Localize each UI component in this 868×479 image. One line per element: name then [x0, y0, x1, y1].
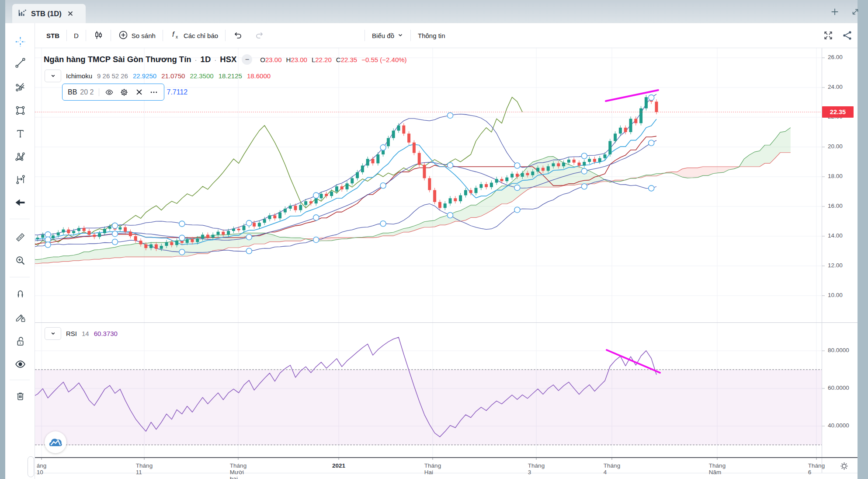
kijun-value: 21.0750 — [161, 72, 185, 80]
axis-tick-label: 40.0000 — [828, 422, 849, 429]
chart-style-button[interactable] — [86, 27, 111, 44]
fullscreen-button[interactable] — [822, 29, 835, 42]
tab-bar: STB (1D) — [5, 0, 858, 23]
sidebar-divider — [10, 219, 30, 219]
interval-button[interactable]: D — [67, 27, 86, 44]
indicators-button[interactable]: fx Các chỉ báo — [163, 27, 225, 44]
forecast-icon[interactable] — [11, 171, 29, 188]
maximize-icon[interactable] — [849, 6, 861, 18]
info-label: Thông tin — [418, 32, 445, 39]
redo-icon — [254, 30, 265, 42]
bb-legend: BB 20 2 7.7112 — [62, 84, 187, 101]
time-axis-label: Tháng Năm — [709, 462, 726, 476]
time-scroll-handle[interactable] — [28, 456, 34, 477]
rsi-legend: RSI 14 60.3730 — [45, 327, 118, 340]
symbol-search-button[interactable]: STB — [39, 27, 66, 44]
gear-icon[interactable] — [119, 87, 129, 97]
chart-tab-icon — [17, 8, 27, 19]
bb-value: 7.7112 — [167, 88, 187, 96]
drawing-sync-lock-icon[interactable] — [11, 308, 29, 326]
rsi-name: RSI — [66, 330, 77, 337]
window-edge-right — [858, 0, 868, 479]
chikou-value: 22.3500 — [190, 72, 213, 80]
collapse-legend-button[interactable]: − — [242, 54, 252, 65]
time-axis-label: Tháng Mười hai — [230, 462, 247, 479]
bb-params: 20 2 — [80, 88, 94, 96]
bb-name: BB — [68, 88, 77, 96]
undo-button[interactable] — [226, 27, 250, 44]
axis-tick-label: 10.00 — [828, 292, 843, 298]
trend-line-icon[interactable] — [11, 54, 29, 71]
more-options-icon[interactable] — [149, 87, 159, 97]
ichimoku-collapse-button[interactable] — [45, 70, 61, 82]
add-tab-button[interactable] — [829, 6, 841, 18]
zoom-in-icon[interactable] — [11, 252, 29, 269]
ruler-icon[interactable] — [11, 228, 29, 246]
main-toolbar: STB D So sánh fx Các ch — [35, 23, 858, 48]
rsi-collapse-button[interactable] — [45, 327, 61, 340]
time-axis-bottom-border — [35, 473, 858, 473]
pane-logo-button[interactable] — [45, 431, 66, 453]
sidebar-divider — [10, 380, 30, 380]
senkou-a-value: 18.2125 — [219, 72, 242, 80]
sidebar-divider — [10, 277, 30, 277]
ichimoku-name: Ichimoku — [66, 72, 92, 80]
candles-icon — [93, 30, 104, 42]
remove-all-icon[interactable] — [11, 387, 29, 405]
lock-all-icon[interactable] — [11, 332, 29, 350]
share-button[interactable] — [841, 29, 854, 42]
rsi-params: 14 — [82, 330, 89, 337]
drawing-toolbar — [5, 23, 35, 479]
text-tool-icon[interactable] — [11, 125, 29, 142]
tenkan-value: 22.9250 — [133, 72, 156, 80]
time-axis-label: 2021 — [332, 462, 345, 469]
redo-button[interactable] — [250, 27, 269, 44]
xabcd-pattern-icon[interactable] — [11, 148, 29, 165]
pane-divider[interactable] — [35, 322, 858, 323]
axis-tick-label: 16.00 — [828, 203, 843, 209]
axis-tick-label: 12.00 — [828, 262, 843, 269]
axis-tick-label: 60.0000 — [828, 385, 849, 391]
indicators-label: Các chỉ báo — [184, 32, 218, 39]
time-axis-label: Tháng Hai — [424, 462, 441, 476]
dot-separator: · — [214, 56, 216, 63]
tab-close-icon[interactable] — [66, 9, 75, 18]
chart-menu-button[interactable]: Biểu đồ — [365, 27, 410, 44]
chart-menu-label: Biểu đồ — [372, 32, 394, 39]
symbol-name: Ngân hàng TMCP Sài Gòn Thương Tín — [44, 55, 191, 64]
eye-icon[interactable] — [104, 87, 114, 97]
axis-tick-label: 26.00 — [828, 54, 843, 60]
symbol-exchange: HSX — [220, 55, 236, 64]
time-axis-border — [35, 457, 858, 458]
axis-tick-label: 24.00 — [828, 84, 843, 90]
ichimoku-params: 9 26 52 26 — [97, 72, 128, 80]
window-edge-left — [0, 0, 5, 479]
compare-button[interactable]: So sánh — [111, 27, 163, 44]
chevron-down-icon — [397, 32, 403, 39]
crosshair-icon[interactable] — [11, 33, 29, 50]
svg-text:x: x — [176, 35, 178, 39]
interval-label: D — [74, 32, 79, 39]
last-price-badge: 22.35 — [822, 106, 854, 118]
back-arrow-icon[interactable] — [11, 194, 29, 211]
tab-title: STB (1D) — [31, 10, 62, 18]
axis-tick-label: 80.0000 — [828, 347, 849, 353]
tab-stb[interactable]: STB (1D) — [12, 4, 86, 23]
price-change: −0.55 (−2.40%) — [361, 56, 406, 63]
close-icon[interactable] — [134, 87, 144, 97]
time-axis-label: Tháng 11 — [136, 462, 153, 476]
hide-all-icon[interactable] — [11, 355, 29, 373]
gann-fib-icon[interactable] — [11, 78, 29, 95]
bb-legend-toolbar: BB 20 2 — [62, 84, 164, 101]
symbol-interval: 1D — [201, 55, 211, 64]
time-axis-settings-icon[interactable] — [837, 459, 851, 472]
symbol-legend: Ngân hàng TMCP Sài Gòn Thương Tín · 1D ·… — [44, 54, 407, 65]
magnet-icon[interactable] — [11, 284, 29, 302]
ichimoku-legend: Ichimoku 9 26 52 26 22.9250 21.0750 22.3… — [45, 70, 271, 82]
trading-chart-app: STB (1D) STB D — [0, 0, 868, 479]
chart-canvas[interactable] — [35, 48, 822, 457]
rectangle-icon[interactable] — [11, 101, 29, 119]
ohlc-values: O23.00 H23.00 L22.20 C22.35 −0.55 (−2.40… — [260, 56, 406, 63]
info-button[interactable]: Thông tin — [411, 27, 452, 44]
axis-tick-label: 18.00 — [828, 173, 843, 179]
